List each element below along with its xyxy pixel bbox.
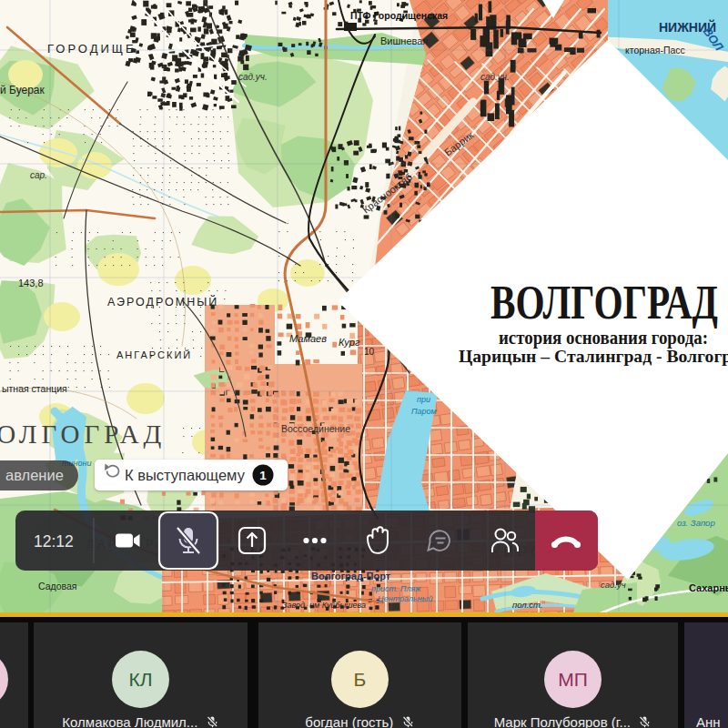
svg-text:1: 1 — [259, 469, 267, 482]
svg-text:Завод. им Куйбышева: Завод. им Куйбышева — [282, 601, 366, 610]
svg-text:ытная станция: ытная станция — [2, 383, 67, 394]
svg-text:Паром: Паром — [411, 407, 437, 416]
svg-text:ПТФ Городищенская: ПТФ Городищенская — [350, 10, 448, 21]
svg-text:сар.: сар. — [30, 170, 47, 180]
svg-text:кторная-Пасс: кторная-Пасс — [625, 45, 685, 56]
svg-text:143,8: 143,8 — [18, 278, 44, 288]
svg-text:пол.ст.: пол.ст. — [512, 600, 543, 610]
svg-text:Центральный: Центральный — [378, 594, 432, 603]
svg-text:сад.уч.: сад.уч. — [238, 72, 268, 82]
svg-text:Кург: Кург — [339, 337, 360, 348]
svg-text:Воссоединение: Воссоединение — [281, 423, 350, 434]
svg-text:при: при — [417, 395, 430, 404]
svg-text:ВОЛГОГРАД: ВОЛГОГРАД — [0, 420, 166, 449]
svg-text:сад.уч: сад.уч — [601, 580, 626, 590]
svg-text:прист. Пляж: прист. Пляж — [371, 584, 421, 593]
svg-text:Волгоград-Порт: Волгоград-Порт — [311, 571, 391, 581]
svg-text:оз. Запор: оз. Запор — [677, 518, 715, 528]
svg-text:12:12: 12:12 — [34, 532, 74, 551]
svg-text:сад.уч.: сад.уч. — [480, 72, 510, 82]
svg-text:Сахарный: Сахарный — [689, 582, 728, 593]
svg-text:К выступающему: К выступающему — [125, 467, 246, 483]
svg-text:ГОРОДИЩЕ: ГОРОДИЩЕ — [47, 42, 136, 56]
svg-text:история основания города:: история основания города: — [499, 328, 708, 349]
svg-text:АНГАРСКИЙ: АНГАРСКИЙ — [116, 349, 192, 360]
svg-text:Царицын – Сталинград - Волгогр: Царицын – Сталинград - Волгоград — [459, 347, 728, 366]
svg-text:10: 10 — [364, 347, 375, 357]
svg-text:Мамаев: Мамаев — [289, 333, 327, 344]
svg-text:й Буерак: й Буерак — [0, 84, 46, 96]
svg-text:Вишневая: Вишневая — [380, 35, 428, 46]
svg-text:АЭРОДРОМНЫЙ: АЭРОДРОМНЫЙ — [107, 295, 218, 308]
svg-text:Садовая: Садовая — [38, 581, 77, 592]
svg-text:ВОЛГОГРАД: ВОЛГОГРАД — [490, 277, 718, 329]
